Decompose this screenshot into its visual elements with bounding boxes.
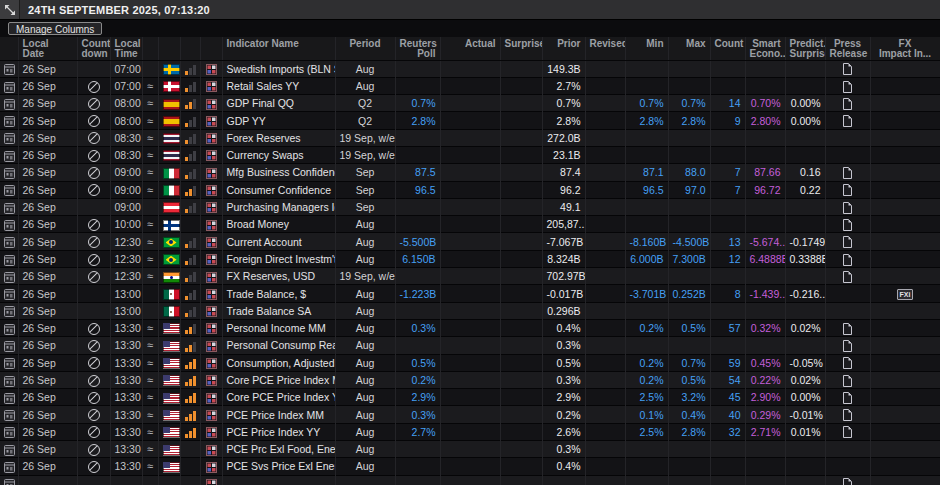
press-release-icon[interactable] <box>843 235 852 247</box>
col-header-importance[interactable] <box>180 37 200 60</box>
cell-min: 2.5% <box>625 423 668 440</box>
cell-row-icon <box>0 181 18 198</box>
col-header-min[interactable]: Min <box>625 37 668 60</box>
event-row[interactable]: 26 Sep 13:30 ≈ <box>0 337 940 354</box>
press-release-icon[interactable] <box>843 97 852 109</box>
cell-local-time: 13:30 <box>110 354 142 371</box>
event-row[interactable]: 26 Sep 13:00 ≈ <box>0 302 940 319</box>
press-release-icon[interactable] <box>843 321 852 333</box>
col-header-press-release[interactable]: Press Release <box>825 37 870 60</box>
event-row[interactable]: 26 Sep 12:30 ≈ <box>0 250 940 267</box>
cell-smart-economics: 87.66 <box>745 164 785 181</box>
cell-period: Aug <box>335 406 395 423</box>
event-row[interactable]: 26 Sep 08:30 ≈ <box>0 129 940 146</box>
event-row[interactable]: 26 Sep 09:00 ≈ <box>0 164 940 181</box>
col-header-country-flag[interactable] <box>158 37 180 60</box>
col-header-predicted-surprise[interactable]: Predict... Surprise <box>785 37 825 60</box>
economic-event-icon <box>206 237 217 248</box>
cell-country <box>158 389 180 406</box>
press-release-icon[interactable] <box>843 391 852 403</box>
event-row[interactable]: 26 Sep 13:30 ≈ <box>0 371 940 388</box>
col-header-fx-impact[interactable]: FX Impact In... <box>870 37 940 60</box>
cell-actual <box>440 60 500 77</box>
press-release-icon[interactable] <box>843 408 852 420</box>
col-header-count[interactable]: Count <box>710 37 745 60</box>
col-header-surprise[interactable]: Surprise <box>500 37 542 60</box>
col-header-prior[interactable]: Prior <box>542 37 585 60</box>
cell-row-icon <box>0 250 18 267</box>
event-row[interactable]: 26 Sep 08:30 ≈ <box>0 146 940 163</box>
event-row[interactable]: 26 Sep 09:00 ≈ <box>0 181 940 198</box>
col-header-event-type[interactable] <box>200 37 222 60</box>
press-release-icon[interactable] <box>843 218 852 230</box>
press-release-icon[interactable] <box>843 200 852 212</box>
cell-reuters-poll <box>395 77 440 94</box>
cell-fx-impact: FXi <box>870 95 940 112</box>
col-header-period[interactable]: Period <box>335 37 395 60</box>
event-row[interactable]: 26 Sep 08:00 ≈ <box>0 112 940 129</box>
press-release-icon[interactable] <box>843 373 852 385</box>
event-row[interactable]: 26 Sep 13:30 ≈ <box>0 354 940 371</box>
col-header-local-time[interactable]: Local Time <box>110 37 142 60</box>
cell-local-time <box>110 475 142 485</box>
event-row[interactable]: 26 Sep 13:30 ≈ <box>0 441 940 458</box>
col-header-local-date[interactable]: Local Date <box>18 37 77 60</box>
press-release-icon[interactable] <box>843 425 852 437</box>
press-release-icon[interactable] <box>843 183 852 195</box>
event-row[interactable]: 26 Sep 07:00 ≈ <box>0 60 940 77</box>
cell-country <box>158 371 180 388</box>
press-release-icon[interactable] <box>843 114 852 126</box>
cell-local-date: 26 Sep <box>18 268 77 285</box>
press-release-icon[interactable] <box>843 477 852 485</box>
event-row[interactable]: 26 Sep 13:00 ≈ <box>0 285 940 302</box>
event-row[interactable]: 26 Sep 12:30 ≈ <box>0 233 940 250</box>
cell-period: Q2 <box>335 95 395 112</box>
event-row[interactable]: ≈ <box>0 475 940 485</box>
cell-importance <box>180 406 200 423</box>
press-release-icon[interactable] <box>843 356 852 368</box>
col-header-countdown[interactable]: Count down <box>77 37 110 60</box>
no-countdown-icon <box>88 219 100 231</box>
cell-actual <box>440 285 500 302</box>
press-release-icon[interactable] <box>843 62 852 74</box>
event-row[interactable]: 26 Sep 08:00 ≈ <box>0 95 940 112</box>
col-header-smart-economics[interactable]: Smart Econo... <box>745 37 785 60</box>
cell-surprise <box>500 146 542 163</box>
col-header-revised[interactable]: Revised <box>585 37 625 60</box>
event-row[interactable]: 26 Sep 13:30 ≈ <box>0 406 940 423</box>
event-row[interactable]: 26 Sep 07:00 ≈ <box>0 77 940 94</box>
press-release-icon[interactable] <box>843 270 852 282</box>
event-row[interactable]: 26 Sep 13:30 ≈ <box>0 389 940 406</box>
fx-impact-icon[interactable]: FXi <box>897 289 914 300</box>
cell-importance <box>180 112 200 129</box>
cell-surprise <box>500 423 542 440</box>
col-header-row-icon[interactable] <box>0 37 18 60</box>
cell-max <box>668 458 710 475</box>
col-header-approx[interactable] <box>142 37 158 60</box>
col-header-max[interactable]: Max <box>668 37 710 60</box>
press-release-icon[interactable] <box>843 79 852 91</box>
event-row[interactable]: 26 Sep 10:00 ≈ <box>0 216 940 233</box>
economic-event-icon <box>206 272 217 283</box>
manage-columns-button[interactable]: Manage Columns <box>8 22 102 35</box>
press-release-icon[interactable] <box>843 252 852 264</box>
event-row[interactable]: 26 Sep 09:00 ≈ <box>0 198 940 215</box>
cell-count <box>710 302 745 319</box>
expand-icon[interactable] <box>0 0 20 19</box>
cell-country <box>158 285 180 302</box>
title-bar: 24TH SEPTEMBER 2025, 07:13:20 <box>0 0 940 20</box>
event-row[interactable]: 26 Sep 13:30 ≈ <box>0 458 940 475</box>
approx-time-icon: ≈ <box>147 184 153 196</box>
press-release-icon[interactable] <box>843 166 852 178</box>
cell-period: 19 Sep, w/e <box>335 268 395 285</box>
event-row[interactable]: 26 Sep 12:30 ≈ <box>0 268 940 285</box>
cell-predicted-surprise: -0.05% <box>785 354 825 371</box>
col-header-indicator-name[interactable]: Indicator Name <box>222 37 335 60</box>
press-release-icon[interactable] <box>843 339 852 351</box>
event-row[interactable]: 26 Sep 13:30 ≈ <box>0 319 940 336</box>
cell-countdown <box>77 354 110 371</box>
col-header-reuters-poll[interactable]: Reuters Poll <box>395 37 440 60</box>
event-row[interactable]: 26 Sep 13:30 ≈ <box>0 423 940 440</box>
col-header-actual[interactable]: Actual <box>440 37 500 60</box>
cell-reuters-poll <box>395 198 440 215</box>
